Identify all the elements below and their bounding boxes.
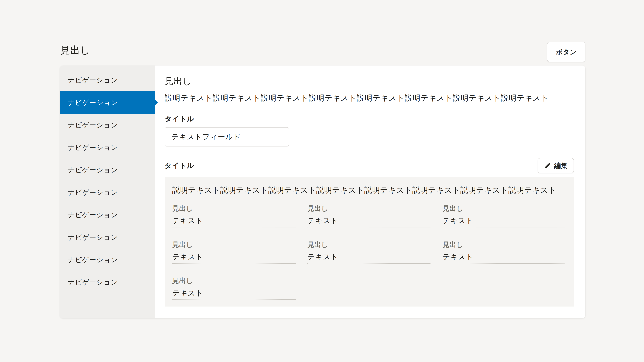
definition-item: 見出し テキスト <box>308 241 431 264</box>
section-title-row: タイトル 編集 <box>165 158 574 173</box>
definition-term: 見出し <box>308 204 431 212</box>
definition-grid: 見出し テキスト 見出し テキスト 見出し テキスト 見出し <box>172 204 566 300</box>
page-title: 見出し <box>60 44 90 56</box>
definition-term: 見出し <box>442 204 566 212</box>
nav-item[interactable]: ナビゲーション <box>60 114 155 136</box>
content-heading: 見出し <box>165 76 574 86</box>
nav-item[interactable]: ナビゲーション <box>60 204 155 226</box>
section-title: タイトル <box>165 162 194 170</box>
title-text-field[interactable] <box>165 127 289 146</box>
nav-item[interactable]: ナビゲーション <box>60 136 155 159</box>
definition-value: テキスト <box>172 252 296 261</box>
nav-item-label: ナビゲーション <box>68 210 118 220</box>
definition-value: テキスト <box>308 216 431 225</box>
definition-value: テキスト <box>442 252 566 261</box>
page-background: { "page": { "title": "見出し", "action_butt… <box>0 0 644 362</box>
nav-item[interactable]: ナビゲーション <box>60 91 155 114</box>
definition-value: テキスト <box>308 252 431 261</box>
definition-item: 見出し テキスト <box>172 241 296 264</box>
nav-item[interactable]: ナビゲーション <box>60 159 155 181</box>
nav-item-label: ナビゲーション <box>68 188 118 197</box>
definition-term: 見出し <box>308 241 431 248</box>
definition-value: テキスト <box>172 216 296 225</box>
nav-item-label: ナビゲーション <box>68 98 118 107</box>
definition-item: 見出し テキスト <box>442 241 566 264</box>
pencil-icon <box>544 162 551 169</box>
definition-term: 見出し <box>172 241 296 248</box>
definition-term: 見出し <box>172 277 296 285</box>
definition-term: 見出し <box>172 204 296 212</box>
definition-item: 見出し テキスト <box>308 204 431 227</box>
nav-item[interactable]: ナビゲーション <box>60 226 155 249</box>
definition-value: テキスト <box>442 216 566 225</box>
content-card: ナビゲーション ナビゲーション ナビゲーション ナビゲーション ナビゲーション <box>60 65 585 318</box>
content-description: 説明テキスト説明テキスト説明テキスト説明テキスト説明テキスト説明テキスト説明テキ… <box>165 93 574 103</box>
nav-item[interactable]: ナビゲーション <box>60 249 155 271</box>
field-label: タイトル <box>165 115 574 123</box>
side-nav: ナビゲーション ナビゲーション ナビゲーション ナビゲーション ナビゲーション <box>60 65 155 318</box>
nav-item[interactable]: ナビゲーション <box>60 181 155 204</box>
definition-term: 見出し <box>442 241 566 248</box>
nav-item-label: ナビゲーション <box>68 278 118 287</box>
nav-item-label: ナビゲーション <box>68 76 118 85</box>
nav-item-label: ナビゲーション <box>68 255 118 265</box>
edit-button[interactable]: 編集 <box>538 158 574 173</box>
nav-item[interactable]: ナビゲーション <box>60 69 155 91</box>
definition-value: テキスト <box>172 289 296 297</box>
nav-item-label: ナビゲーション <box>68 165 118 175</box>
nav-item[interactable]: ナビゲーション <box>60 271 155 294</box>
info-panel: 説明テキスト説明テキスト説明テキスト説明テキスト説明テキスト説明テキスト説明テキ… <box>165 177 574 307</box>
nav-item-label: ナビゲーション <box>68 233 118 242</box>
nav-item-label: ナビゲーション <box>68 143 118 152</box>
definition-item: 見出し テキスト <box>172 204 296 227</box>
edit-button-label: 編集 <box>554 161 568 170</box>
main-content: 見出し 説明テキスト説明テキスト説明テキスト説明テキスト説明テキスト説明テキスト… <box>155 65 585 318</box>
definition-item: 見出し テキスト <box>442 204 566 227</box>
nav-selected-arrow-icon <box>155 99 158 106</box>
action-button[interactable]: ボタン <box>547 42 585 62</box>
panel-description: 説明テキスト説明テキスト説明テキスト説明テキスト説明テキスト説明テキスト説明テキ… <box>172 185 566 195</box>
nav-item-label: ナビゲーション <box>68 120 118 130</box>
definition-item: 見出し テキスト <box>172 277 296 300</box>
